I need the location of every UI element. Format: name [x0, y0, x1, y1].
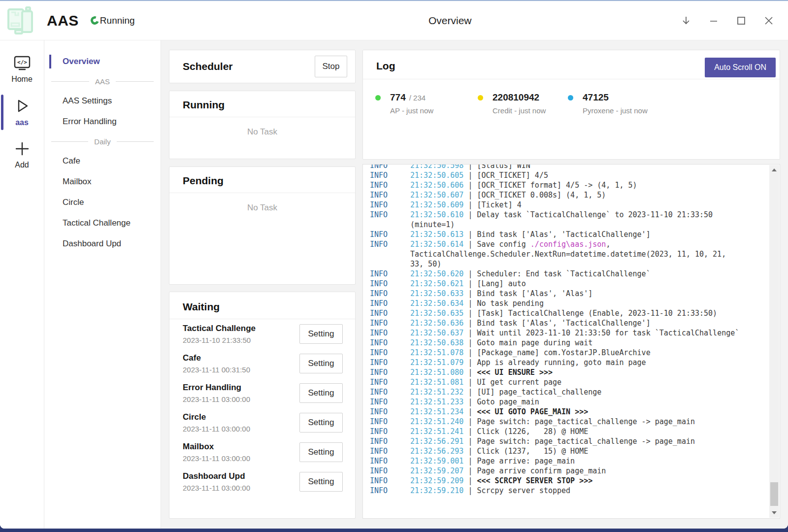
log-level: INFO [370, 299, 410, 308]
log-separator: | [463, 338, 477, 347]
log-separator: | [463, 269, 477, 278]
log-line: INFO21:32:56.293 | Click (1237, 15) @ HO… [370, 446, 763, 456]
log-separator: | [463, 181, 477, 190]
stat-label: Pyroxene - just now [568, 106, 648, 115]
log-message: 21:32:50.633 | Bind task ['Alas', 'Alas'… [410, 289, 763, 299]
sidebar-item-mailbox[interactable]: Mailbox [44, 171, 161, 192]
scroll-down-arrow-icon[interactable] [769, 508, 779, 518]
sidebar-item-overview[interactable]: Overview [44, 51, 161, 72]
waiting-task-row: Mailbox2023-11-11 03:00:00Setting [169, 437, 355, 467]
close-icon [763, 15, 774, 26]
log-line: INFO21:32:51.078 | [Package_name] com.Yo… [370, 348, 763, 358]
log-separator: | [463, 191, 477, 200]
log-level: INFO [370, 289, 410, 299]
log-separator: | [463, 486, 477, 495]
log-timestamp: 21:32:51.079 [410, 358, 463, 367]
log-level: INFO [370, 476, 410, 486]
sidebar-group-divider: AAS [44, 72, 161, 91]
log-console[interactable]: INFO21:32:50.598 | [Status] WININFO21:32… [362, 164, 780, 519]
setting-button[interactable]: Setting [299, 324, 343, 344]
log-timestamp: 21:32:51.081 [410, 378, 463, 387]
waiting-task-name: Error Handling [183, 383, 299, 393]
sidebar-item-cafe[interactable]: Cafe [44, 151, 161, 171]
auto-scroll-button[interactable]: Auto Scroll ON [705, 58, 776, 77]
log-line: INFO21:32:56.291 | Page switch: page_tac… [370, 436, 763, 446]
log-timestamp: 21:32:50.605 [410, 171, 463, 180]
waiting-task-next-run: 2023-11-10 21:33:50 [183, 336, 299, 344]
scheduler-title: Scheduler [183, 61, 315, 72]
plus-icon [13, 151, 31, 159]
setting-button[interactable]: Setting [299, 472, 343, 492]
log-line: INFO21:32:50.636 | Bind task ['Alas', 'T… [370, 318, 763, 328]
log-message: 21:32:51.079 | App is already running, g… [410, 358, 763, 367]
sidebar-item-circle[interactable]: Circle [44, 192, 161, 213]
log-message: 21:32:50.621 | [Lang] auto [410, 279, 763, 289]
waiting-task-next-run: 2023-11-11 00:31:50 [183, 366, 299, 374]
log-message: 21:32:50.614 | Save config ./config\aas.… [410, 239, 763, 269]
log-message: 21:32:50.613 | Bind task ['Alas', 'Tacti… [410, 230, 763, 239]
log-separator: | [463, 388, 477, 397]
log-level: INFO [370, 417, 410, 427]
rail-item-home[interactable]: </>Home [0, 51, 44, 89]
rail-item-label: aas [0, 118, 44, 127]
rail-item-add[interactable]: Add [0, 136, 44, 174]
setting-button[interactable]: Setting [299, 354, 343, 373]
log-message: 21:32:56.293 | Click (1237, 15) @ HOME [410, 446, 763, 456]
log-separator: | [463, 319, 477, 328]
log-line: INFO21:32:51.079 | App is already runnin… [370, 358, 763, 367]
log-separator: | [463, 299, 477, 308]
log-timestamp: 21:32:50.609 [410, 200, 463, 209]
log-line: INFO21:32:51.241 | Click (1226, 28) @ HO… [370, 427, 763, 436]
scrollbar-track[interactable] [769, 175, 779, 508]
log-separator: | [463, 407, 477, 416]
log-line: INFO21:32:50.614 | Save config ./config\… [370, 239, 763, 269]
log-line: INFO21:32:50.621 | [Lang] auto [370, 279, 763, 289]
stat-dot-icon [375, 95, 381, 100]
log-separator: | [463, 476, 477, 485]
log-line: INFO21:32:51.234 | <<< UI GOTO PAGE_MAIN… [370, 407, 763, 417]
waiting-task-next-run: 2023-11-11 03:00:00 [183, 454, 299, 463]
title-bar: AAS Running Overview [0, 1, 788, 40]
sidebar-item-tactical-challenge[interactable]: Tactical Challenge [44, 213, 161, 233]
log-level: INFO [370, 377, 410, 387]
log-level: INFO [370, 318, 410, 328]
sidebar-item-dashboard-upd[interactable]: Dashboard Upd [44, 233, 161, 254]
rail-item-aas[interactable]: aas [0, 93, 44, 132]
scroll-up-arrow-icon[interactable] [769, 165, 779, 175]
log-level: INFO [370, 427, 410, 436]
minimize-button[interactable] [707, 14, 720, 27]
log-timestamp: 21:32:56.291 [410, 437, 463, 446]
maximize-button[interactable] [735, 14, 748, 27]
waiting-task-list: Tactical Challenge2023-11-10 21:33:50Set… [169, 319, 355, 497]
sidebar-item-aas-settings[interactable]: AAS Settings [44, 91, 161, 111]
sidebar-group-label: AAS [95, 77, 110, 86]
log-message: 21:32:59.209 | <<< SCRCPY SERVER STOP >>… [410, 476, 763, 486]
log-scrollbar[interactable] [769, 165, 779, 518]
scrollbar-thumb[interactable] [770, 482, 778, 506]
waiting-task-row: Dashboard Upd2023-11-11 03:00:00Setting [169, 467, 355, 497]
log-level: INFO [370, 200, 410, 210]
app-window: AAS Running Overview </>HomeaasAdd Overv… [0, 0, 788, 529]
download-update-button[interactable] [680, 14, 692, 27]
log-timestamp: 21:32:59.209 [410, 476, 463, 485]
setting-button[interactable]: Setting [299, 383, 343, 403]
stop-button[interactable]: Stop [315, 56, 347, 77]
log-timestamp: 21:32:50.633 [410, 289, 463, 298]
running-card: Running No Task [169, 91, 356, 159]
log-separator: | [463, 329, 477, 337]
waiting-task-info: Cafe2023-11-11 00:31:50 [183, 353, 299, 374]
stat-top-row: 774/ 234 [375, 92, 478, 103]
setting-button[interactable]: Setting [299, 413, 343, 432]
setting-button[interactable]: Setting [299, 442, 343, 462]
sidebar-item-error-handling[interactable]: Error Handling [44, 111, 161, 132]
play-icon [13, 108, 32, 117]
log-separator: | [463, 457, 477, 466]
log-line: INFO21:32:50.635 | [Task] TacticalChalle… [370, 308, 763, 318]
app-logo-icon [4, 5, 37, 36]
log-timestamp: 21:32:51.233 [410, 398, 463, 406]
log-timestamp: 21:32:50.607 [410, 191, 463, 200]
log-separator: | [463, 200, 477, 209]
close-button[interactable] [762, 14, 775, 27]
minimize-icon [708, 15, 719, 26]
log-message: 21:32:50.638 | Goto main page during wai… [410, 338, 763, 348]
